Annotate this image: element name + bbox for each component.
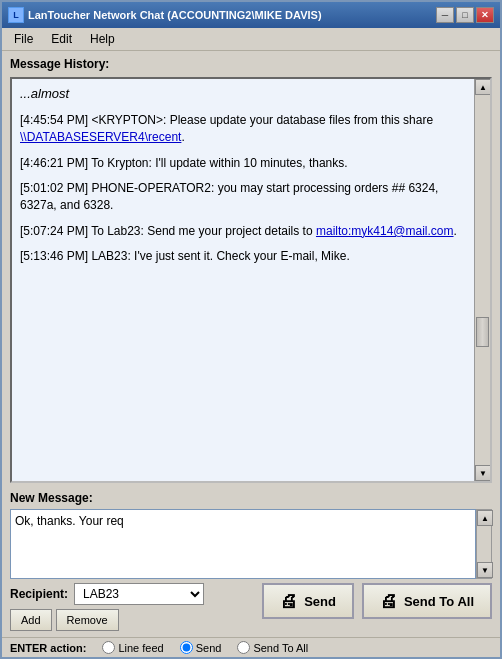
message-history-scroll[interactable]: ...almost [4:45:54 PM] <KRYPTON>: Please… xyxy=(12,79,474,481)
msg-1: [4:45:54 PM] <KRYPTON>: Please update yo… xyxy=(20,112,466,147)
add-button[interactable]: Add xyxy=(10,609,52,631)
msg-1-suffix: . xyxy=(181,130,184,144)
scroll-down-button[interactable]: ▼ xyxy=(475,465,491,481)
maximize-button[interactable]: □ xyxy=(456,7,474,23)
radio-line-feed-label: Line feed xyxy=(118,642,163,654)
new-message-label: New Message: xyxy=(10,491,492,505)
msg-4-body: Send me your project details to xyxy=(144,224,316,238)
recipient-dropdown[interactable]: LAB23 KRYPTON PHONE-OPERATOR2 All xyxy=(74,583,204,605)
textarea-scroll-up[interactable]: ▲ xyxy=(477,510,493,526)
title-bar: L LanToucher Network Chat (ACCOUNTING2\M… xyxy=(2,2,500,28)
radio-send[interactable]: Send xyxy=(180,641,222,654)
new-message-input[interactable] xyxy=(10,509,476,579)
msg-2: [4:46:21 PM] To Krypton: I'll update wit… xyxy=(20,155,466,172)
msg-4-link[interactable]: mailto:myk414@mail.com xyxy=(316,224,454,238)
radio-line-feed[interactable]: Line feed xyxy=(102,641,163,654)
send-button-label: Send xyxy=(304,594,336,609)
radio-send-input[interactable] xyxy=(180,641,193,654)
send-all-icon: 🖨 xyxy=(380,591,398,612)
recipient-row: Recipient: LAB23 KRYPTON PHONE-OPERATOR2… xyxy=(10,583,204,605)
msg-1-sender: <KRYPTON>: xyxy=(88,113,166,127)
radio-send-to-all-input[interactable] xyxy=(237,641,250,654)
msg-4: [5:07:24 PM] To Lab23: Send me your proj… xyxy=(20,223,466,240)
message-history-container: ...almost [4:45:54 PM] <KRYPTON>: Please… xyxy=(10,77,492,483)
msg-4-sender: To Lab23: xyxy=(88,224,144,238)
send-all-button[interactable]: 🖨 Send To All xyxy=(362,583,492,619)
msg-1-timestamp: [4:45:54 PM] xyxy=(20,113,88,127)
textarea-scrollbar[interactable]: ▲ ▼ xyxy=(476,509,492,579)
radio-send-to-all-label: Send To All xyxy=(253,642,308,654)
menu-file[interactable]: File xyxy=(6,30,41,48)
radio-line-feed-input[interactable] xyxy=(102,641,115,654)
title-buttons: ─ □ ✕ xyxy=(436,7,494,23)
scrollbar[interactable]: ▲ ▼ xyxy=(474,79,490,481)
msg-3-timestamp: [5:01:02 PM] xyxy=(20,181,88,195)
controls-row: Recipient: LAB23 KRYPTON PHONE-OPERATOR2… xyxy=(10,583,492,631)
title-bar-left: L LanToucher Network Chat (ACCOUNTING2\M… xyxy=(8,7,322,23)
msg-1-link[interactable]: \\DATABASESERVER4\recent xyxy=(20,130,181,144)
msg-2-body: I'll update within 10 minutes, thanks. xyxy=(152,156,348,170)
app-icon: L xyxy=(8,7,24,23)
new-message-area: ▲ ▼ xyxy=(10,509,492,579)
textarea-scroll-track xyxy=(477,526,491,562)
scrollbar-track-area xyxy=(475,95,490,465)
msg-3-sender: PHONE-OPERATOR2: xyxy=(88,181,214,195)
msg-2-sender: To Krypton: xyxy=(88,156,152,170)
msg-1-body: Please update your database files from t… xyxy=(166,113,433,127)
send-all-button-label: Send To All xyxy=(404,594,474,609)
menu-edit[interactable]: Edit xyxy=(43,30,80,48)
msg-5: [5:13:46 PM] LAB23: I've just sent it. C… xyxy=(20,248,466,265)
message-history-label: Message History: xyxy=(10,57,492,71)
left-controls: Recipient: LAB23 KRYPTON PHONE-OPERATOR2… xyxy=(10,583,204,631)
send-button[interactable]: 🖨 Send xyxy=(262,583,354,619)
main-window: L LanToucher Network Chat (ACCOUNTING2\M… xyxy=(0,0,502,659)
status-bar: ENTER action: Line feed Send Send To All xyxy=(2,637,500,657)
radio-send-label: Send xyxy=(196,642,222,654)
textarea-scroll-down[interactable]: ▼ xyxy=(477,562,493,578)
msg-almost: ...almost xyxy=(20,85,466,104)
msg-4-timestamp: [5:07:24 PM] xyxy=(20,224,88,238)
msg-3: [5:01:02 PM] PHONE-OPERATOR2: you may st… xyxy=(20,180,466,215)
send-icon: 🖨 xyxy=(280,591,298,612)
minimize-button[interactable]: ─ xyxy=(436,7,454,23)
main-content: Message History: ...almost [4:45:54 PM] … xyxy=(2,51,500,637)
add-remove-row: Add Remove xyxy=(10,609,204,631)
window-title: LanToucher Network Chat (ACCOUNTING2\MIK… xyxy=(28,9,322,21)
remove-button[interactable]: Remove xyxy=(56,609,119,631)
menu-bar: File Edit Help xyxy=(2,28,500,51)
msg-5-body: I've just sent it. Check your E-mail, Mi… xyxy=(131,249,350,263)
menu-help[interactable]: Help xyxy=(82,30,123,48)
msg-4-suffix: . xyxy=(454,224,457,238)
msg-5-sender: LAB23: xyxy=(88,249,131,263)
recipient-label: Recipient: xyxy=(10,587,68,601)
msg-5-timestamp: [5:13:46 PM] xyxy=(20,249,88,263)
close-button[interactable]: ✕ xyxy=(476,7,494,23)
scrollbar-thumb[interactable] xyxy=(476,317,489,347)
enter-action-label: ENTER action: xyxy=(10,642,86,654)
scroll-up-button[interactable]: ▲ xyxy=(475,79,491,95)
msg-2-timestamp: [4:46:21 PM] xyxy=(20,156,88,170)
radio-send-to-all[interactable]: Send To All xyxy=(237,641,308,654)
send-buttons-area: 🖨 Send 🖨 Send To All xyxy=(262,583,492,619)
